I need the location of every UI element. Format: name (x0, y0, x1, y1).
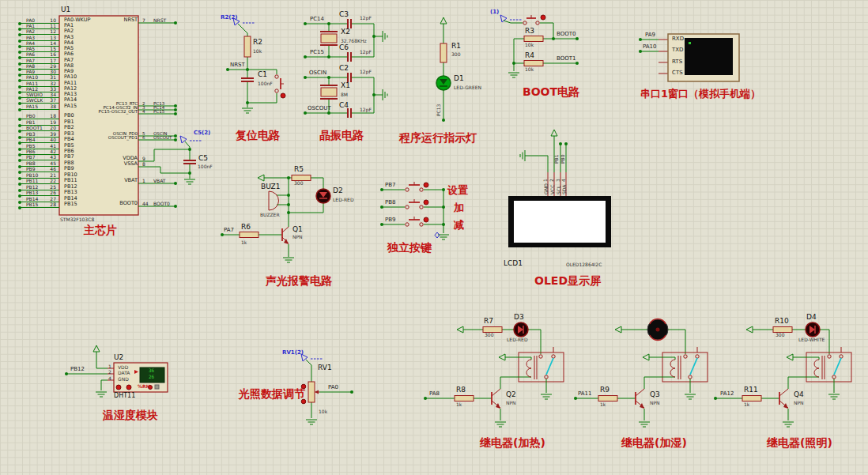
boot-caption: BOOT电路 (523, 86, 579, 97)
oled-pin-gnd: GND (544, 183, 549, 194)
buz1-ref: BUZ1 (261, 183, 281, 190)
pin-number: 15 (39, 46, 56, 51)
schematic-canvas: PA0 10 PA0-WKUP PA1 11 PA1 PA2 12 PA2 PA… (0, 0, 868, 475)
boot-power-flag-label: (1) (490, 9, 499, 15)
wire (20, 109, 59, 110)
relay1-graphics (424, 322, 564, 427)
r4-value: 10k (525, 67, 534, 72)
net-label: PA4 (26, 40, 35, 46)
r6-value: 1k (241, 240, 247, 245)
runled-caption: 程序运行指示灯 (399, 132, 477, 143)
reset-power-flag-label: R2(2) (221, 15, 238, 21)
keys-caption: 独立按键 (387, 242, 432, 253)
serial-pin-cts: CTS (672, 70, 683, 76)
mcu-pin-pc15: PC15-OSC32_OUT4PC15 (79, 107, 182, 114)
mcu-pin-row: PB1 19 PB1 (20, 119, 138, 125)
net-label: PA7 (26, 58, 35, 63)
q4-ref: Q4 (794, 391, 804, 398)
c4-value: 12pF (360, 107, 372, 112)
c4-ref: C4 (339, 102, 349, 109)
serial-cursor (689, 42, 691, 44)
oscin-net-label: OSCIN (309, 70, 326, 76)
r8-value: 1k (456, 402, 462, 407)
mcu-pin-row: PB13 26 PB13 (20, 190, 138, 195)
pin-number: 20 (39, 125, 56, 130)
d2-value: LED-RED (333, 198, 354, 202)
net-label: PA6 (26, 51, 35, 57)
pin-number: 18 (39, 113, 56, 119)
crystal-caption: 晶振电路 (319, 130, 364, 141)
q2-ref: Q2 (506, 391, 516, 398)
serial-terminal (639, 34, 739, 81)
pin-number: 10 (39, 17, 56, 23)
pin-number: 37 (39, 97, 56, 103)
r8-ref: R8 (456, 386, 466, 394)
mcu-pin-row: PB0 18 PB0 (20, 113, 138, 119)
net-label: PA12 (26, 86, 38, 92)
dht-temp-value: 36 (149, 368, 154, 373)
boot-circuit-graphics (500, 15, 579, 77)
net-label: PA3 (26, 35, 35, 40)
net-label: PB15 (26, 202, 38, 207)
r2-value: 10k (253, 49, 262, 54)
mcu-caption: 主芯片 (84, 224, 117, 236)
pot-down-dot[interactable] (301, 399, 306, 404)
r10-value: 300 (776, 333, 784, 337)
net-label: PA11 (26, 81, 38, 86)
dht11-adjust-dot-1[interactable] (116, 385, 121, 390)
pin-number: 45 (39, 160, 56, 166)
net-label: PB14 (26, 196, 38, 202)
net-label: PB3 (26, 131, 36, 137)
key-set-label: 设置 (447, 185, 468, 195)
c3-ref: C3 (339, 11, 349, 18)
alarm-caption: 声光报警电路 (266, 275, 332, 286)
relay2-caption: 继电器(加湿) (621, 437, 687, 448)
serial-screen[interactable] (685, 38, 733, 75)
rv1-value: 10k (319, 409, 327, 414)
pin-number: 39 (39, 131, 56, 137)
pa0-net-label: PA0 (328, 385, 338, 390)
c5-value: 100nF (198, 164, 213, 169)
c2-ref: C2 (339, 65, 349, 72)
x1-ref: X1 (341, 82, 350, 89)
pin-number: 17 (39, 58, 56, 63)
pin-number: 14 (39, 40, 56, 46)
dht-pin-data: DATA (118, 371, 130, 375)
oled-caption: OLED显示屏 (534, 275, 601, 286)
dht-hum-value: 26 (149, 375, 154, 379)
d1-ref: D1 (454, 75, 464, 82)
net-label: PB11 (26, 178, 38, 183)
pin-number: 31 (39, 74, 56, 80)
serial-pin-rts: RTS (672, 59, 682, 65)
pa7-net-label: PA7 (224, 228, 234, 233)
mcu-pin-row: PB9 46 PB9 (20, 166, 138, 172)
oled-pin-num-4: 4 (561, 179, 566, 182)
r5-value: 300 (294, 181, 303, 186)
reset-caption: 复位电路 (236, 130, 280, 141)
mcu-pin-row: PA1 11 PA1 (20, 23, 138, 28)
relay3-caption: 继电器(照明) (767, 437, 832, 448)
pin-number: 13 (39, 35, 56, 40)
lcd1-ref: LCD1 (504, 260, 523, 267)
pin-number: 26 (39, 190, 56, 195)
q4-value: NPN (794, 401, 804, 405)
c3-value: 12pF (360, 16, 372, 21)
nrst-net-label: NRST (230, 62, 245, 68)
pin-name: PB15 (64, 201, 77, 207)
c5-ref: C5 (198, 155, 208, 162)
pot-power-flag-label: RV1(2) (282, 350, 304, 356)
d4-value: LED-WHITE (798, 337, 825, 342)
mcu-pin-row: PA7 17 PA7 (20, 58, 138, 63)
keys-circuit-graphics (380, 188, 449, 239)
q1-value: NPN (292, 235, 303, 239)
r3-ref: R3 (525, 28, 534, 35)
dht11-adjust-dot-2[interactable] (126, 385, 131, 390)
q3-value: NPN (650, 401, 660, 405)
net-label: PB5 (26, 143, 36, 149)
oled-sda-net-label: PB0 (560, 154, 565, 164)
serial-caption: 串口1窗口（模拟手机端） (640, 89, 760, 99)
pa11-net-label: PA11 (578, 391, 591, 397)
oled-part: OLED12864I2C (566, 262, 602, 267)
pin-number: 46 (39, 166, 56, 172)
net-label: PA8 (26, 63, 35, 69)
